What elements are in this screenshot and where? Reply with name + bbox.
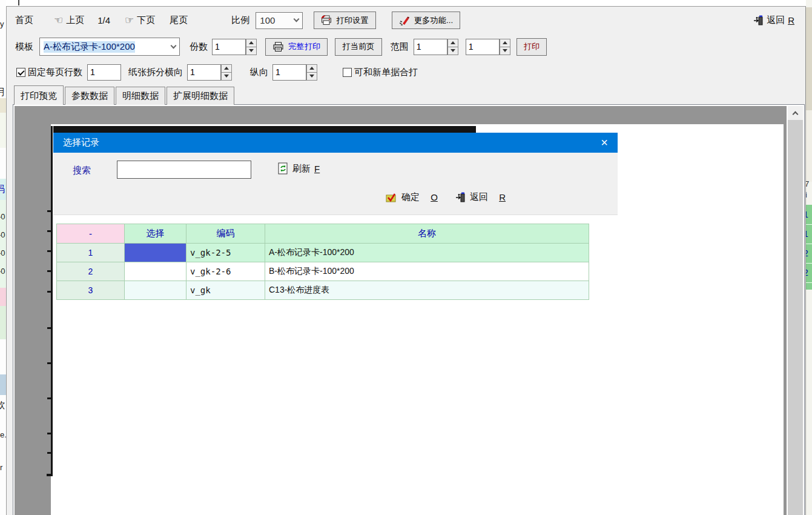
refresh-button[interactable]: 刷新F [277,162,320,174]
bg-text-fragment: -0 [0,212,5,221]
column-header-select[interactable]: 选择 [125,224,186,244]
copies-input[interactable] [212,39,246,55]
row-number: 2 [57,262,125,281]
range-from-spinner[interactable] [447,39,458,55]
column-header-code[interactable]: 编码 [186,224,265,244]
name-cell[interactable]: C13-松布进度表 [265,281,589,300]
more-functions-button[interactable]: 更多功能... [392,12,460,29]
range-to-input[interactable] [466,39,500,55]
range-to-spinner[interactable] [500,39,510,55]
bg-text-fragment: 2 [806,248,808,258]
full-print-button[interactable]: 完整打印 [265,38,328,56]
toolbar-print: 模板 A-松布记录卡-100*200 份数 完整打印 打当前页 范围 打印 [7,34,805,59]
print-settings-button[interactable]: 打印设置 [314,12,375,29]
arrow-down-icon [224,75,229,78]
column-header-name[interactable]: 名称 [265,224,589,244]
refresh-icon [277,162,289,174]
confirm-button[interactable]: 确定 O [386,191,438,203]
dialog-table-area: - 选择 编码 名称 1 v_gk-2-5 A-松布记录卡-100*200 2 [53,214,618,515]
scroll-up-button[interactable] [788,106,803,120]
scale-combobox[interactable]: 100 [256,12,303,29]
first-page-label: 首页 [15,15,33,26]
arrow-up-icon [224,67,229,70]
bg-text-fragment: -0 [0,267,5,276]
code-cell[interactable]: v_gk-2-6 [186,262,265,281]
bg-grid-line [806,263,812,264]
printer-settings-icon [321,15,332,25]
spin-up[interactable] [221,64,232,73]
split-vertical-input[interactable] [272,64,306,81]
dialog-title-bar[interactable]: 选择记录 × [53,133,618,153]
bg-text-fragment: r [0,463,2,472]
split-horizontal-input[interactable] [187,64,221,81]
fixed-rows-input[interactable] [87,64,121,81]
refresh-label: 刷新 [292,163,311,174]
tab-print-preview[interactable]: 打印预览 [14,85,64,105]
select-cell[interactable] [125,262,186,281]
hand-right-icon: ☞ [125,15,134,25]
first-page-button[interactable]: 首页 [15,15,33,26]
vertical-scrollbar[interactable] [788,106,803,515]
tab-detail-data[interactable]: 明细数据 [116,87,165,105]
preview-page-border [51,126,53,476]
bg-strip [806,7,812,110]
spin-up[interactable] [246,39,257,47]
spin-up[interactable] [306,64,317,73]
name-cell[interactable]: B-松布记录卡-100*200 [265,262,589,281]
arrow-down-icon [309,75,314,78]
copies-spinner[interactable] [246,39,257,55]
bg-grid-line [806,244,812,244]
combine-print-label: 可和新单据合打 [354,67,418,78]
table-row[interactable]: 1 v_gk-2-5 A-松布记录卡-100*200 [57,244,589,262]
dialog-body: 搜索 刷新F 确定 O [53,153,618,515]
spin-down[interactable] [447,47,458,55]
name-cell[interactable]: A-松布记录卡-100*200 [265,244,589,262]
exit-door-icon [455,192,466,202]
scrollbar-thumb[interactable] [788,120,803,515]
select-cell[interactable] [125,281,186,300]
confirm-accelerator: O [431,192,438,202]
column-header-index[interactable]: - [57,224,125,244]
spin-down[interactable] [500,47,510,55]
spin-up[interactable] [447,39,458,47]
search-input[interactable] [117,161,251,179]
return-button[interactable]: 返回R [753,15,794,26]
combine-print-checkbox[interactable] [343,68,352,77]
table-row[interactable]: 3 v_gk C13-松布进度表 [57,281,589,300]
code-cell[interactable]: v_gk-2-5 [186,244,265,262]
arrow-up-icon [309,67,314,70]
bg-window-edge-fragment [18,0,19,5]
fixed-rows-checkbox[interactable] [16,68,25,77]
tab-extended-detail-data[interactable]: 扩展明细数据 [167,87,234,105]
print-button[interactable]: 打印 [517,38,547,56]
bg-grid-line [806,224,812,225]
spin-down[interactable] [221,73,232,81]
select-cell-selected[interactable] [125,244,186,262]
template-combobox[interactable]: A-松布记录卡-100*200 [39,38,180,56]
code-cell[interactable]: v_gk [186,281,265,300]
spin-down[interactable] [306,73,317,81]
last-page-button[interactable]: 尾页 [170,15,188,26]
table-row[interactable]: 2 v_gk-2-6 B-松布记录卡-100*200 [57,262,589,281]
full-print-label: 完整打印 [288,41,320,52]
spin-up[interactable] [500,39,510,47]
dialog-return-accelerator: R [499,192,506,202]
print-current-page-button[interactable]: 打当前页 [335,38,381,56]
prev-page-button[interactable]: ☜ 上页 [54,15,84,26]
copies-label: 份数 [190,41,208,53]
tools-icon [399,16,410,25]
next-page-button[interactable]: ☞ 下页 [125,15,155,26]
return-label: 返回 [767,15,785,26]
range-from-input[interactable] [414,39,447,55]
bg-text-fragment: 1 [806,210,808,219]
spin-down[interactable] [246,47,257,55]
bg-text-fragment: 2 [806,268,808,277]
split-vertical-spinner[interactable] [306,64,317,81]
return-accelerator: R [788,15,794,25]
tab-parameter-data[interactable]: 参数数据 [65,87,114,105]
dialog-return-button[interactable]: 返回 R [455,191,506,203]
close-button[interactable]: × [591,133,618,153]
bg-text-fragment: e. [0,430,6,439]
print-current-page-label: 打当前页 [342,41,374,52]
split-horizontal-spinner[interactable] [221,64,232,81]
